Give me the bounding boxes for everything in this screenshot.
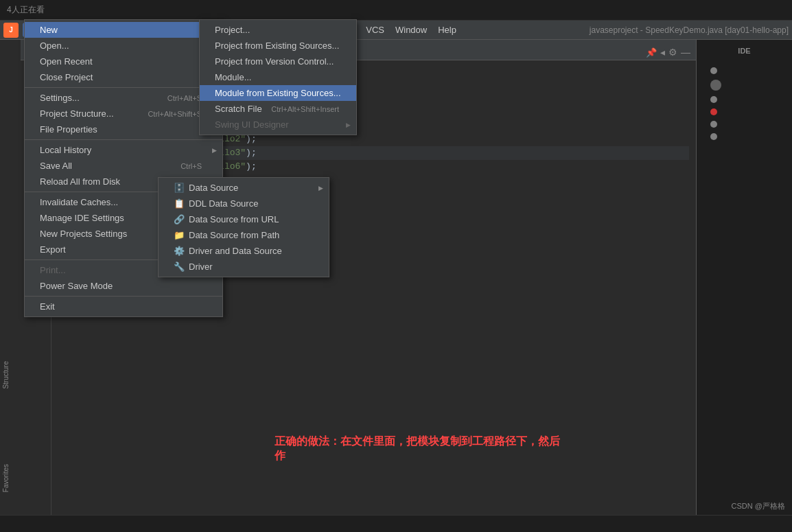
file-menu-dropdown[interactable]: New Open... Open Recent Close Project Se…	[24, 19, 223, 317]
menu-section-5: Print... Power Save Mode	[25, 260, 222, 297]
menu-settings-label: Settings...	[40, 93, 80, 103]
menu-print: Print...	[25, 262, 222, 278]
menu-section-4: Invalidate Caches... Manage IDE Settings…	[25, 192, 222, 260]
viewer-count: 4人正在看	[7, 4, 45, 16]
menu-local-history-label: Local History	[40, 145, 91, 155]
menu-new-projects-settings[interactable]: New Projects Settings	[25, 226, 222, 242]
menu-project-structure-shortcut: Ctrl+Alt+Shift+S	[148, 110, 216, 118]
menu-local-history[interactable]: Local History	[25, 142, 222, 158]
menu-exit[interactable]: Exit	[25, 299, 222, 314]
menu-manage-ide[interactable]: Manage IDE Settings	[25, 210, 222, 226]
menu-manage-ide-label: Manage IDE Settings	[40, 213, 124, 223]
menu-project-structure-label: Project Structure...	[40, 108, 114, 119]
bullet-3	[710, 96, 717, 103]
favorites-label[interactable]: Favorites	[0, 459, 12, 498]
menu-new-label: New	[40, 25, 58, 35]
menu-settings-shortcut: Ctrl+Alt+S	[167, 94, 216, 102]
menu-power-save-label: Power Save Mode	[40, 281, 113, 291]
menu-open-recent[interactable]: Open Recent	[25, 54, 222, 69]
menu-section-1: New Open... Open Recent Close Project	[25, 20, 222, 88]
bullet-1	[710, 67, 717, 74]
menu-open-recent-label: Open Recent	[40, 56, 93, 67]
scroll-left-icon[interactable]: ◂	[660, 47, 665, 58]
menu-open[interactable]: Open...	[25, 38, 222, 54]
watermark: CSDN @严格格	[732, 501, 785, 511]
menu-power-save[interactable]: Power Save Mode	[25, 278, 222, 294]
menu-file-properties-label: File Properties	[40, 124, 97, 135]
menu-close-project[interactable]: Close Project	[25, 69, 222, 85]
menu-open-label: Open...	[40, 41, 69, 51]
pin-icon[interactable]: 📌	[646, 47, 657, 58]
menu-tools[interactable]: Tools	[329, 23, 360, 37]
menu-window[interactable]: Window	[390, 23, 432, 37]
menu-run[interactable]: Run	[301, 23, 329, 37]
menu-save-all-label: Save All	[40, 161, 72, 171]
menu-save-all[interactable]: Save All Ctrl+S	[25, 158, 222, 174]
menu-reload[interactable]: Reload All from Disk Ctrl+Alt+Y	[25, 174, 222, 189]
bottom-text-line2: 作	[275, 449, 792, 463]
menu-export[interactable]: Export	[25, 242, 222, 257]
menu-close-project-label: Close Project	[40, 72, 93, 82]
menu-new-projects-settings-label: New Projects Settings	[40, 229, 127, 239]
menu-new[interactable]: New	[25, 22, 222, 38]
bullet-6	[710, 133, 717, 140]
bullet-red	[710, 108, 717, 115]
menu-project-structure[interactable]: Project Structure... Ctrl+Alt+Shift+S	[25, 106, 222, 122]
expand-icon[interactable]: —	[681, 47, 690, 58]
menu-invalidate-label: Invalidate Caches...	[40, 197, 118, 207]
bottom-text-line1: 正确的做法：在文件里面，把模块复制到工程路径下，然后	[275, 435, 792, 449]
bullet-5	[710, 121, 717, 128]
menu-exit-label: Exit	[40, 301, 55, 312]
menu-export-label: Export	[40, 244, 66, 255]
menu-invalidate[interactable]: Invalidate Caches...	[25, 194, 222, 210]
bottom-text: 正确的做法：在文件里面，把模块复制到工程路径下，然后 作	[275, 435, 792, 463]
menu-vcs[interactable]: VCS	[360, 23, 390, 37]
tab-speedkeydemo-close[interactable]: ×	[227, 47, 231, 56]
menu-save-all-shortcut: Ctrl+S	[180, 162, 216, 170]
bottom-bar: CSDN @严格格	[0, 515, 792, 532]
menu-file-properties[interactable]: File Properties	[25, 122, 222, 137]
settings-icon[interactable]: ⚙	[668, 47, 677, 58]
menu-section-6: Exit	[25, 297, 222, 316]
window-title: javaseproject - SpeedKeyDemo.java [day01…	[590, 25, 789, 35]
menu-reload-shortcut: Ctrl+Alt+Y	[167, 178, 216, 186]
right-panel-title: IDE	[700, 47, 789, 55]
bullet-2	[710, 80, 721, 91]
menu-help[interactable]: Help	[432, 23, 462, 37]
menu-reload-label: Reload All from Disk	[40, 176, 120, 187]
app-logo: J	[3, 23, 19, 38]
tab-tools: 📌 ◂ ⚙ —	[646, 47, 696, 60]
menu-section-2: Settings... Ctrl+Alt+S Project Structure…	[25, 88, 222, 140]
menu-print-label: Print...	[40, 265, 66, 275]
top-bar: 4人正在看	[0, 0, 792, 21]
structure-label[interactable]: Structure	[0, 356, 12, 395]
menu-build[interactable]: Build	[270, 23, 301, 37]
menu-settings[interactable]: Settings... Ctrl+Alt+S	[25, 90, 222, 106]
menu-refactor[interactable]: Refactor	[226, 23, 270, 37]
menu-section-3: Local History Save All Ctrl+S Reload All…	[25, 140, 222, 192]
